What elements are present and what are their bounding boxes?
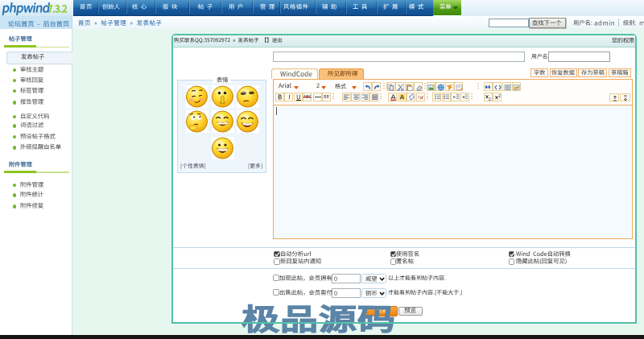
svg-text:2: 2	[498, 94, 501, 98]
svg-text:2: 2	[489, 97, 491, 101]
